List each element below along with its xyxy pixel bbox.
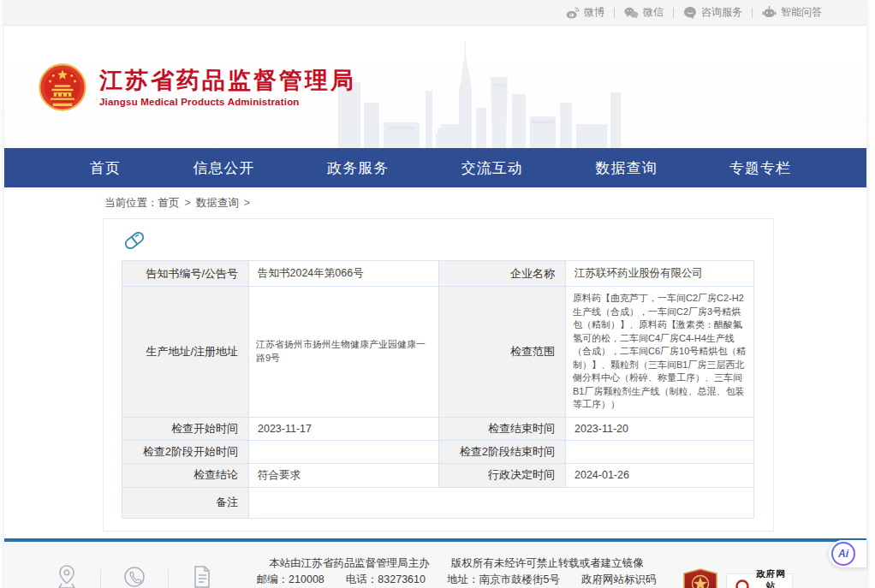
table-row: 检查2阶段开始时间检查2阶段结束时间: [122, 441, 753, 464]
field-label: 告知书编号/公告号: [122, 261, 249, 287]
field-value: 原料药【曲克芦丁，一车间C2厂房C2-H2生产线（合成），一车间C2厂房3号精烘…: [566, 287, 754, 418]
topbar-divider: [673, 8, 674, 18]
field-value: 2024-01-26: [566, 464, 754, 488]
magnifier-icon: [731, 579, 750, 588]
field-label: 生产地址/注册地址: [122, 287, 249, 418]
table-row: 检查结论符合要求行政决定时间2024-01-26: [122, 464, 753, 488]
footer-link-0[interactable]: 网站导航: [39, 564, 95, 588]
field-label: 检查结论: [122, 464, 249, 488]
field-label: 检查2阶段开始时间: [122, 441, 249, 464]
site-title-english: Jiangsu Medical Products Administration: [99, 97, 356, 107]
site-footer: Ai 网站导航联系方式隐私申明 本站由江苏省药品监督管理局主办 版权所有未经许可…: [4, 538, 866, 588]
website-error-report-badge[interactable]: 政府网站 找错: [726, 573, 793, 588]
nav-item-2[interactable]: 政务服务: [327, 158, 389, 178]
privacy-doc-icon: [191, 564, 213, 588]
field-label: 检查结束时间: [439, 418, 566, 441]
field-value: 江苏联环药业股份有限公司: [566, 261, 754, 287]
field-label: 检查2阶段结束时间: [439, 441, 566, 464]
national-emblem-icon: [39, 63, 86, 111]
table-row: 备注: [122, 488, 753, 519]
site-logo[interactable]: 江苏省药品监督管理局 Jiangsu Medical Products Admi…: [39, 63, 356, 111]
breadcrumb-prefix: 当前位置：: [104, 196, 158, 211]
nav-item-0[interactable]: 首页: [90, 158, 121, 178]
footer-info: 本站由江苏省药品监督管理局主办 版权所有未经许可禁止转载或者建立镜像 邮编：21…: [230, 555, 682, 588]
breadcrumb-separator: >: [185, 197, 191, 209]
breadcrumb: 当前位置： 首页>数据查询>: [4, 187, 866, 218]
field-value: [249, 488, 754, 519]
field-value: 2023-11-20: [566, 418, 754, 441]
topbar-links: 微博微信咨询服务智能问答: [566, 5, 822, 20]
phone-icon: [122, 564, 146, 588]
topbar-item-label: 咨询服务: [701, 5, 742, 20]
table-row: 告知书编号/公告号告知书2024年第066号企业名称江苏联环药业股份有限公司: [122, 261, 753, 287]
site-title: 江苏省药品监督管理局: [99, 68, 356, 93]
topbar-divider: [614, 8, 615, 18]
field-value: [249, 441, 439, 464]
table-row: 生产地址/注册地址江苏省扬州市扬州生物健康产业园健康一路9号检查范围原料药【曲克…: [122, 287, 753, 418]
government-shield-badge[interactable]: 党政机关: [682, 568, 718, 588]
topbar-divider: [752, 8, 753, 18]
weibo-icon: [566, 7, 580, 19]
topbar-item-2[interactable]: 咨询服务: [683, 5, 742, 20]
pill-icon: [122, 228, 147, 253]
topbar-item-label: 智能问答: [781, 5, 822, 20]
breadcrumb-link-0[interactable]: 首页: [158, 196, 180, 211]
detail-panel: 告知书编号/公告号告知书2024年第066号企业名称江苏联环药业股份有限公司生产…: [103, 218, 774, 532]
footer-link-2[interactable]: 隐私申明: [174, 564, 230, 588]
field-label: 备注: [122, 488, 249, 519]
field-label: 企业名称: [439, 261, 566, 287]
footer-line-contact: 邮编：210008 电话：83273610 地址：南京市鼓楼街5号 政府网站标识…: [230, 572, 682, 588]
footer-badges: 党政机关 政府网站 找错: [682, 568, 793, 588]
nav-item-3[interactable]: 交流互动: [461, 158, 523, 178]
field-value: 江苏省扬州市扬州生物健康产业园健康一路9号: [249, 287, 439, 418]
page: 微博微信咨询服务智能问答: [4, 0, 866, 588]
table-row: 检查开始时间2023-11-17检查结束时间2023-11-20: [122, 418, 753, 441]
footer-line-sponsor: 本站由江苏省药品监督管理局主办 版权所有未经许可禁止转载或者建立镜像: [230, 555, 682, 573]
ai-assistant-button[interactable]: Ai: [829, 540, 866, 567]
nav-item-4[interactable]: 数据查询: [595, 158, 657, 178]
footer-body: 网站导航联系方式隐私申明 本站由江苏省药品监督管理局主办 版权所有未经许可禁止转…: [4, 542, 866, 588]
footer-link-divider: [168, 569, 169, 588]
breadcrumb-separator: >: [244, 197, 250, 209]
site-map-icon: [55, 564, 79, 588]
field-label: 检查开始时间: [122, 418, 249, 441]
chat-service-icon: [683, 6, 697, 19]
error-badge-text: 政府网站 找错: [754, 568, 788, 588]
field-label: 检查范围: [439, 287, 566, 418]
topbar-item-label: 微信: [643, 5, 664, 20]
topbar-item-1[interactable]: 微信: [624, 5, 664, 20]
ai-icon: Ai: [831, 542, 855, 566]
main-nav: 首页信息公开政务服务交流互动数据查询专题专栏: [4, 148, 866, 187]
main-content: 告知书编号/公告号告知书2024年第066号企业名称江苏联环药业股份有限公司生产…: [4, 218, 866, 537]
breadcrumb-links: 首页>数据查询>: [158, 196, 256, 211]
field-value: [566, 441, 754, 464]
nav-item-1[interactable]: 信息公开: [193, 158, 255, 178]
footer-quick-links: 网站导航联系方式隐私申明: [39, 564, 230, 588]
topbar-item-3[interactable]: 智能问答: [762, 5, 822, 20]
top-utility-bar: 微博微信咨询服务智能问答: [4, 0, 866, 26]
city-skyline-graphic: [336, 41, 623, 148]
footer-link-1[interactable]: 联系方式: [106, 564, 163, 588]
wechat-icon: [624, 7, 639, 19]
field-value: 2023-11-17: [249, 418, 439, 441]
field-label: 行政决定时间: [439, 464, 566, 488]
breadcrumb-link-1[interactable]: 数据查询: [196, 196, 239, 211]
footer-link-divider: [100, 569, 101, 588]
field-value: 告知书2024年第066号: [249, 261, 439, 287]
topbar-item-0[interactable]: 微博: [566, 5, 604, 20]
inspection-detail-table: 告知书编号/公告号告知书2024年第066号企业名称江苏联环药业股份有限公司生产…: [122, 260, 753, 519]
topbar-item-label: 微博: [584, 5, 604, 20]
robot-qa-icon: [762, 6, 777, 19]
site-header: 江苏省药品监督管理局 Jiangsu Medical Products Admi…: [4, 26, 866, 148]
field-value: 符合要求: [249, 464, 439, 488]
nav-item-5[interactable]: 专题专栏: [729, 158, 791, 178]
